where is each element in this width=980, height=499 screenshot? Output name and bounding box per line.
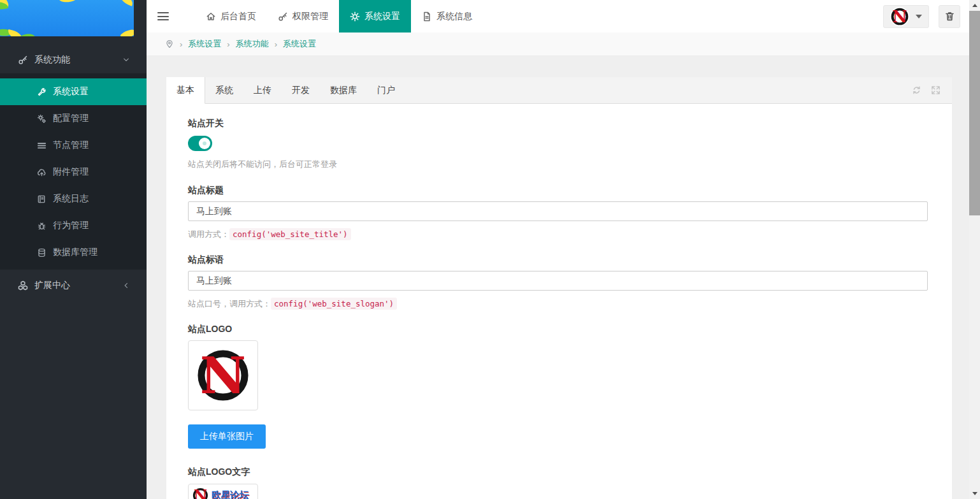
sidebar-section-label: 扩展中心 — [34, 280, 70, 291]
scrollbar-thumb[interactable] — [969, 11, 980, 215]
chevron-down-icon — [122, 56, 130, 64]
breadcrumb-link[interactable]: 系统设置 — [188, 38, 221, 50]
svg-text:N: N — [194, 487, 207, 499]
top-nav-label: 系统设置 — [364, 11, 400, 22]
breadcrumb: › 系统设置 › 系统功能 › 系统设置 — [147, 33, 969, 56]
top-nav-label: 后台首页 — [220, 11, 256, 22]
breadcrumb-link[interactable]: 系统设置 — [283, 38, 316, 50]
clear-cache-button[interactable] — [939, 5, 960, 28]
sidebar-section-label: 系统功能 — [34, 54, 70, 66]
top-nav-item-system-settings[interactable]: 系统设置 — [339, 0, 411, 33]
scrollbar-up-arrow[interactable] — [969, 0, 980, 11]
tab-develop[interactable]: 开发 — [282, 77, 320, 103]
site-logo-preview: N — [188, 340, 258, 410]
toggle-knob — [199, 138, 210, 149]
sidebar-item-config-management[interactable]: 配置管理 — [0, 105, 147, 132]
sidebar-menu: 系统功能 系统设置 配置管理 — [0, 47, 147, 299]
admin-window: 系统功能 系统设置 配置管理 — [0, 0, 980, 499]
tab-basic[interactable]: 基本 — [166, 77, 205, 104]
sidebar-item-database-management[interactable]: 数据库管理 — [0, 239, 147, 266]
tab-upload[interactable]: 上传 — [243, 77, 282, 103]
sidebar-item-attachment-management[interactable]: 附件管理 — [0, 159, 147, 185]
caret-down-icon — [916, 15, 922, 18]
user-menu-button[interactable]: N — [883, 5, 929, 28]
tab-system[interactable]: 系统 — [205, 77, 243, 103]
sidebar-submenu: 系统设置 配置管理 节点管理 — [0, 73, 147, 270]
settings-tabstrip: 基本 系统 上传 开发 数据库 门户 — [166, 77, 952, 104]
refresh-icon[interactable] — [912, 85, 921, 95]
sidebar-section-extension-center[interactable]: 扩展中心 — [0, 272, 147, 299]
trash-icon — [944, 11, 955, 22]
site-logo-label: 站点LOGO — [188, 324, 928, 335]
sidebar-item-label: 系统设置 — [53, 86, 89, 98]
sidebar-section-system-functions[interactable]: 系统功能 — [0, 47, 147, 73]
scrollbar-down-arrow[interactable] — [969, 488, 980, 499]
gear-icon — [350, 11, 360, 22]
top-nav-item-home[interactable]: 后台首页 — [195, 0, 267, 33]
breadcrumb-link[interactable]: 系统功能 — [236, 38, 269, 50]
sidebar-item-system-settings[interactable]: 系统设置 — [0, 78, 147, 105]
site-title-help: 调用方式：config('web_site_title') — [188, 229, 928, 240]
page-scrollbar — [969, 0, 980, 499]
user-avatar: N — [890, 7, 909, 26]
site-title-input[interactable] — [188, 201, 928, 221]
field-site-switch: 站点开关 站点关闭后将不能访问，后台可正常登录 — [188, 118, 928, 170]
top-right-actions: N — [883, 0, 969, 33]
bug-icon — [37, 221, 47, 231]
chevron-left-icon — [122, 282, 130, 289]
wrench-icon — [37, 87, 47, 97]
field-site-slogan: 站点标语 站点口号，调用方式：config('web_site_slogan') — [188, 254, 928, 310]
sidebar-item-label: 行为管理 — [53, 220, 89, 231]
map-pin-icon — [165, 40, 174, 48]
tab-tools — [912, 77, 952, 103]
cubes-icon — [18, 280, 28, 291]
leaf-decoration — [117, 0, 134, 6]
tab-portal[interactable]: 门户 — [367, 77, 405, 103]
cloud-upload-icon — [37, 168, 47, 177]
sidebar-toggle-button[interactable] — [147, 0, 180, 33]
top-nav-label: 权限管理 — [292, 11, 328, 22]
document-icon — [422, 11, 432, 22]
expand-icon[interactable] — [931, 85, 940, 95]
svg-text:N: N — [892, 7, 907, 26]
sidebar-item-label: 配置管理 — [53, 113, 89, 124]
leaf-decoration — [18, 30, 36, 36]
sidebar: 系统功能 系统设置 配置管理 — [0, 0, 147, 499]
sidebar-item-label: 附件管理 — [53, 166, 89, 178]
top-nav-tabs: 后台首页 权限管理 系统设置 系统信息 — [195, 0, 483, 33]
site-logo-image: N — [194, 346, 252, 405]
key-icon — [278, 11, 288, 22]
breadcrumb-separator: › — [227, 40, 229, 49]
database-icon — [37, 248, 47, 257]
key-icon — [18, 55, 28, 65]
top-nav-label: 系统信息 — [436, 11, 472, 22]
site-switch-label: 站点开关 — [188, 118, 928, 129]
hamburger-icon — [157, 12, 169, 20]
site-banner-image[interactable] — [0, 0, 134, 36]
sidebar-item-label: 数据库管理 — [53, 247, 97, 258]
field-site-logo-text: 站点LOGO文字 N 欧星论坛 — [188, 466, 928, 499]
site-slogan-label: 站点标语 — [188, 254, 928, 266]
help-code: config('web_site_title') — [229, 228, 351, 240]
help-text: 站点口号，调用方式： — [188, 299, 271, 308]
site-logo-text-value: 欧星论坛 — [212, 489, 249, 499]
site-slogan-input[interactable] — [188, 271, 928, 291]
site-logo-text-preview: N 欧星论坛 — [188, 484, 258, 499]
book-icon — [37, 194, 47, 204]
tab-database[interactable]: 数据库 — [320, 77, 367, 103]
field-site-title: 站点标题 调用方式：config('web_site_title') — [188, 185, 928, 240]
list-icon — [37, 141, 47, 150]
main-content: 基本 系统 上传 开发 数据库 门户 站点开关 — [147, 56, 969, 499]
upload-single-image-button[interactable]: 上传单张图片 — [188, 424, 266, 449]
site-switch-toggle[interactable] — [188, 136, 212, 151]
site-switch-help: 站点关闭后将不能访问，后台可正常登录 — [188, 159, 928, 170]
top-nav-item-permissions[interactable]: 权限管理 — [267, 0, 339, 33]
sidebar-item-node-management[interactable]: 节点管理 — [0, 132, 147, 159]
sidebar-item-label: 节点管理 — [53, 140, 89, 151]
sidebar-item-behavior-management[interactable]: 行为管理 — [0, 212, 147, 239]
leaf-decoration — [57, 0, 75, 6]
sidebar-item-system-log[interactable]: 系统日志 — [0, 185, 147, 212]
top-nav-item-system-info[interactable]: 系统信息 — [411, 0, 483, 33]
settings-card: 基本 系统 上传 开发 数据库 门户 站点开关 — [166, 77, 952, 499]
breadcrumb-separator: › — [180, 40, 182, 49]
